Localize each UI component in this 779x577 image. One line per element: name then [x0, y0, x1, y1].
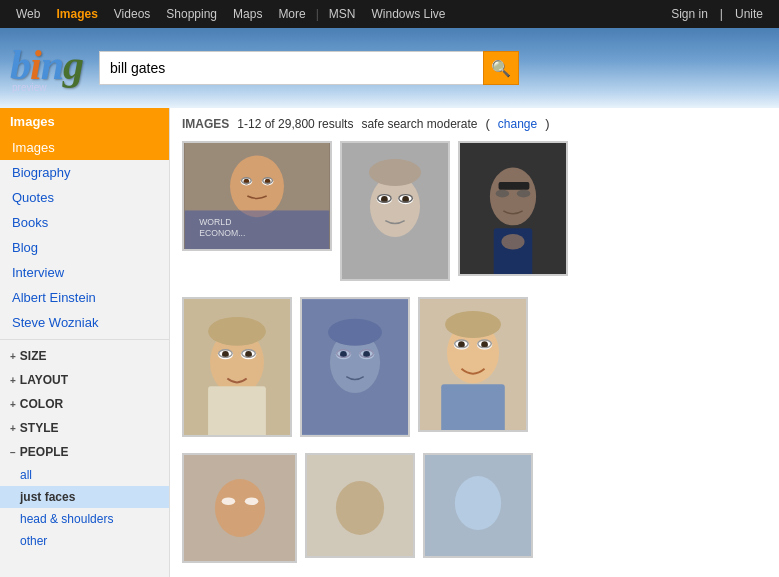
svg-rect-55: [441, 384, 505, 432]
svg-point-45: [328, 319, 382, 346]
nav-divider-1: |: [314, 7, 321, 21]
filter-layout-header[interactable]: + LAYOUT: [0, 368, 169, 392]
svg-point-35: [208, 317, 266, 346]
people-filter-other[interactable]: other: [0, 530, 169, 552]
svg-point-24: [517, 190, 530, 198]
logo[interactable]: bing: [10, 44, 83, 86]
filter-style-header[interactable]: + STYLE: [0, 416, 169, 440]
filter-color-header[interactable]: + COLOR: [0, 392, 169, 416]
main-content: IMAGES 1-12 of 29,800 results safe searc…: [170, 108, 779, 577]
filter-size-label: SIZE: [20, 349, 47, 363]
nav-signin[interactable]: Sign in: [663, 0, 716, 28]
image-thumb-4[interactable]: [182, 297, 292, 437]
svg-rect-36: [208, 386, 266, 437]
nav-unite[interactable]: Unite: [727, 0, 771, 28]
results-label: IMAGES: [182, 117, 229, 131]
filter-layout-label: LAYOUT: [20, 373, 68, 387]
search-icon: 🔍: [491, 59, 511, 78]
nav-divider-2: |: [720, 7, 723, 21]
image-row-2: [182, 297, 528, 437]
preview-text: preview: [10, 82, 46, 93]
sidebar-item-quotes[interactable]: Quotes: [0, 185, 169, 210]
svg-text:ECONOM...: ECONOM...: [199, 228, 245, 238]
sidebar-header: Images: [0, 108, 169, 135]
nav-maps[interactable]: Maps: [225, 0, 270, 28]
filter-size-header[interactable]: + SIZE: [0, 344, 169, 368]
image-thumb-1[interactable]: WORLD ECONOM...: [182, 141, 332, 251]
plus-icon-size: +: [10, 351, 16, 362]
svg-point-61: [336, 481, 384, 535]
nav-web[interactable]: Web: [8, 0, 48, 28]
svg-text:WORLD: WORLD: [199, 217, 231, 227]
sidebar-item-books[interactable]: Books: [0, 210, 169, 235]
image-thumb-2[interactable]: [340, 141, 450, 281]
sidebar-item-interview[interactable]: Interview: [0, 260, 169, 285]
image-row-3: [182, 453, 533, 563]
svg-point-26: [501, 234, 524, 249]
people-filter-all[interactable]: all: [0, 464, 169, 486]
search-button[interactable]: 🔍: [483, 51, 519, 85]
image-thumb-5[interactable]: [300, 297, 410, 437]
people-filter-head-shoulders[interactable]: head & shoulders: [0, 508, 169, 530]
nav-windows-live[interactable]: Windows Live: [364, 0, 454, 28]
paren-close: ): [545, 116, 549, 131]
top-navigation: Web Images Videos Shopping Maps More | M…: [0, 0, 779, 28]
svg-rect-22: [499, 182, 530, 190]
sidebar-item-albert-einstein[interactable]: Albert Einstein: [0, 285, 169, 310]
plus-icon-color: +: [10, 399, 16, 410]
sidebar-item-biography[interactable]: Biography: [0, 160, 169, 185]
filter-color-label: COLOR: [20, 397, 63, 411]
nav-images[interactable]: Images: [48, 0, 105, 28]
plus-icon-style: +: [10, 423, 16, 434]
header: bing preview 🔍: [0, 28, 779, 108]
image-thumb-8[interactable]: [305, 453, 415, 558]
filter-style-label: STYLE: [20, 421, 59, 435]
image-thumb-7[interactable]: [182, 453, 297, 563]
results-header: IMAGES 1-12 of 29,800 results safe searc…: [182, 116, 767, 131]
filter-people-header[interactable]: − PEOPLE: [0, 440, 169, 464]
search-box: 🔍: [99, 51, 519, 85]
results-count: 1-12 of 29,800 results: [237, 117, 353, 131]
svg-point-21: [490, 168, 536, 226]
safe-search-text: safe search moderate: [361, 117, 477, 131]
svg-point-1: [230, 156, 284, 218]
logo-area: bing preview: [10, 44, 83, 93]
nav-videos[interactable]: Videos: [106, 0, 158, 28]
nav-more[interactable]: More: [270, 0, 313, 28]
sidebar: Images Images Biography Quotes Books Blo…: [0, 108, 170, 577]
svg-point-19: [369, 159, 421, 186]
sidebar-divider-1: [0, 339, 169, 340]
people-filter-just-faces[interactable]: just faces: [0, 486, 169, 508]
paren-open: (: [485, 116, 489, 131]
nav-right: Sign in | Unite: [663, 0, 771, 28]
change-safe-search-link[interactable]: change: [498, 117, 537, 131]
svg-point-59: [245, 497, 259, 505]
svg-point-57: [215, 479, 265, 537]
svg-point-23: [496, 190, 509, 198]
svg-point-63: [455, 476, 501, 530]
image-grid: WORLD ECONOM...: [182, 141, 767, 571]
image-row-1: WORLD ECONOM...: [182, 141, 568, 281]
content-area: Images Images Biography Quotes Books Blo…: [0, 108, 779, 577]
minus-icon-people: −: [10, 447, 16, 458]
sidebar-item-steve-wozniak[interactable]: Steve Wozniak: [0, 310, 169, 335]
svg-point-54: [445, 311, 501, 338]
sidebar-item-blog[interactable]: Blog: [0, 235, 169, 260]
image-thumb-6[interactable]: [418, 297, 528, 432]
nav-msn[interactable]: MSN: [321, 0, 364, 28]
image-thumb-3[interactable]: [458, 141, 568, 276]
filter-people-label: PEOPLE: [20, 445, 69, 459]
image-thumb-9[interactable]: [423, 453, 533, 558]
svg-point-58: [222, 497, 236, 505]
plus-icon-layout: +: [10, 375, 16, 386]
search-input[interactable]: [99, 51, 483, 85]
sidebar-item-images[interactable]: Images: [0, 135, 169, 160]
nav-shopping[interactable]: Shopping: [158, 0, 225, 28]
